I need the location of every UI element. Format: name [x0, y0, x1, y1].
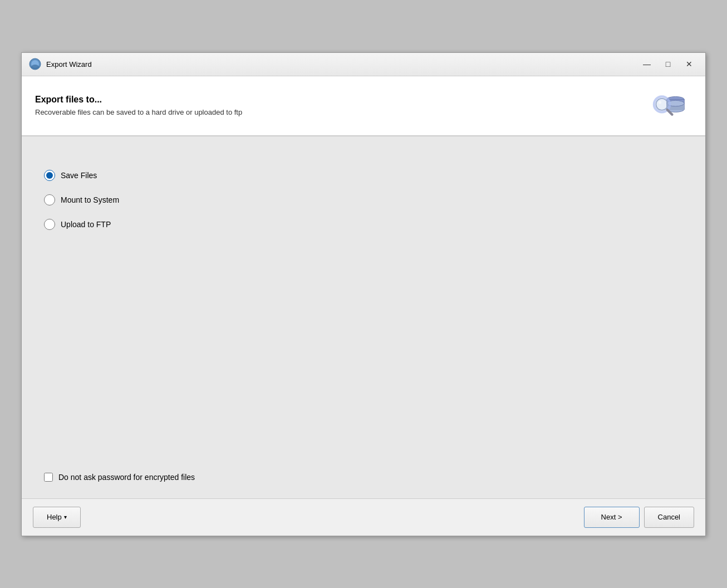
upload-ftp-option[interactable]: Upload to FTP — [44, 219, 683, 230]
wizard-icon — [28, 57, 42, 71]
upload-ftp-radio[interactable] — [44, 219, 55, 230]
header-subtitle: Recoverable files can be saved to a hard… — [35, 108, 647, 116]
maximize-button[interactable]: □ — [659, 56, 677, 72]
help-dropdown-arrow: ▾ — [64, 514, 67, 520]
footer-left: Help ▾ — [33, 507, 81, 528]
window-title: Export Wizard — [46, 60, 92, 68]
svg-point-2 — [31, 65, 39, 69]
close-button[interactable]: ✕ — [680, 56, 699, 72]
header-section: Export files to... Recoverable files can… — [22, 76, 705, 136]
magnifier-icon — [650, 86, 689, 125]
cancel-label: Cancel — [658, 513, 680, 521]
svg-point-9 — [656, 98, 668, 110]
title-bar: Export Wizard — □ ✕ — [22, 53, 705, 76]
mount-system-option[interactable]: Mount to System — [44, 194, 683, 205]
header-icon-container — [647, 86, 692, 125]
upload-ftp-label: Upload to FTP — [61, 220, 111, 229]
no-password-checkbox[interactable] — [44, 473, 53, 482]
mount-system-radio[interactable] — [44, 194, 55, 205]
footer-right: Next > Cancel — [584, 507, 694, 528]
next-button[interactable]: Next > — [584, 507, 640, 528]
minimize-button[interactable]: — — [637, 56, 656, 72]
save-files-radio[interactable] — [44, 170, 55, 181]
export-wizard-window: Export Wizard — □ ✕ Export files to... R… — [21, 52, 706, 536]
checkbox-section: Do not ask password for encrypted files — [44, 473, 683, 482]
header-text: Export files to... Recoverable files can… — [35, 95, 647, 116]
next-label: Next > — [601, 513, 622, 521]
title-bar-left: Export Wizard — [28, 57, 92, 71]
footer: Help ▾ Next > Cancel — [22, 498, 705, 536]
no-password-label[interactable]: Do not ask password for encrypted files — [58, 473, 195, 482]
save-files-option[interactable]: Save Files — [44, 170, 683, 181]
radio-options-group: Save Files Mount to System Upload to FTP — [44, 170, 683, 230]
help-button[interactable]: Help ▾ — [33, 507, 81, 528]
content-spacer — [44, 230, 683, 462]
title-bar-controls: — □ ✕ — [637, 56, 699, 72]
mount-system-label: Mount to System — [61, 195, 119, 204]
main-content: Save Files Mount to System Upload to FTP… — [22, 136, 705, 498]
svg-point-11 — [659, 101, 661, 104]
save-files-label: Save Files — [61, 171, 97, 180]
header-title: Export files to... — [35, 95, 647, 105]
cancel-button[interactable]: Cancel — [644, 507, 694, 528]
help-label: Help — [47, 513, 62, 521]
